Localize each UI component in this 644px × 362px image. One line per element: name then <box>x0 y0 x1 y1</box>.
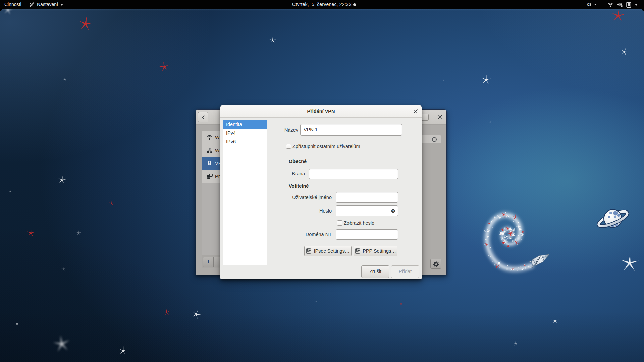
svg-text:?: ? <box>392 209 394 213</box>
